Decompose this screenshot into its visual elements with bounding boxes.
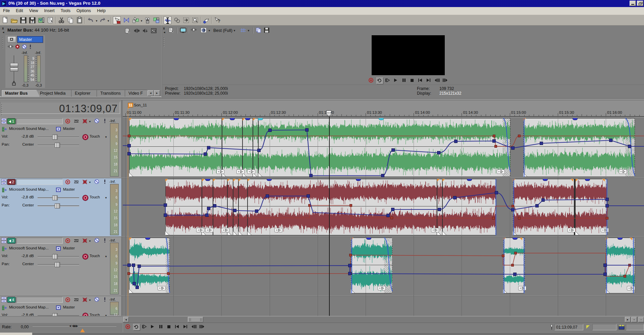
vol-value[interactable]: -2,8 dB [18,313,34,316]
solo-icon[interactable] [103,118,109,124]
tab-explorer[interactable]: Explorer [71,90,100,97]
vol-slider-handle[interactable] [52,195,58,200]
automation-mode-label[interactable]: Touch [90,134,100,138]
event-fade-handle[interactable] [258,173,262,177]
cut-icon[interactable] [58,16,65,24]
audio-event[interactable] [503,238,525,293]
track-bus-label[interactable]: Master [63,187,75,191]
automation-mode-label[interactable]: Touch [90,254,100,258]
track-routing-icon[interactable] [2,305,7,310]
event-fx-icon[interactable] [619,170,627,174]
master-bus-meter-options-icon[interactable] [151,28,158,33]
mute-icon[interactable] [94,297,100,302]
track-device-label[interactable]: Microsoft Sound Map... [9,305,49,309]
master-fader-handle-right[interactable] [10,67,18,71]
master-bus-automation-settings-icon[interactable] [15,44,21,49]
interactive-tutorials-icon[interactable] [203,16,210,24]
track-routing-icon[interactable] [2,246,7,251]
mute-icon[interactable] [94,118,100,124]
master-fader-handle-left[interactable] [10,63,18,67]
paint-events-tool-icon[interactable] [153,16,160,24]
lock-envelopes-icon[interactable] [192,16,199,24]
vol-slider-handle[interactable] [52,254,58,259]
tab-project-media[interactable]: Project Media [36,90,75,97]
event-fx-icon[interactable] [627,286,635,290]
scroll-left-button[interactable]: ◄ [123,317,129,322]
solo-icon[interactable] [103,238,109,243]
arm-record-icon[interactable] [65,238,71,243]
track-bus-icon[interactable] [56,127,61,131]
event-fade-handle[interactable] [165,231,169,235]
track-name-field[interactable] [16,118,63,124]
automation-mode-label[interactable]: Touch [90,313,100,316]
master-bus-grip[interactable] [2,36,3,50]
event-fx-icon[interactable] [518,286,526,290]
event-fx-icon[interactable] [601,228,609,232]
track-name-field[interactable] [16,179,63,185]
track-fx-dropdown-icon[interactable]: ▼ [89,240,91,243]
track-bus-label[interactable]: Master [63,246,75,250]
track-envelope-icon[interactable] [73,297,79,302]
pan-slider-handle[interactable] [55,262,60,267]
preview-previous-frame-button[interactable] [434,78,441,84]
tab-transitions[interactable]: Transitions [97,90,128,97]
enable-snapping-icon[interactable] [164,16,171,24]
preview-overlay-grid-icon[interactable] [240,28,248,33]
track-routing-icon[interactable] [2,127,7,132]
selection-end-box[interactable] [626,324,644,330]
automation-gear-icon[interactable] [83,195,88,200]
track-header-1[interactable]: 1▼-Inf.36912151821Microsoft Sound Map...… [0,117,121,178]
event-fade-handle[interactable] [442,231,446,235]
vol-slider[interactable] [38,137,79,138]
redo-icon[interactable] [99,16,106,24]
event-fade-handle[interactable] [351,289,355,293]
audio-event[interactable] [351,238,392,293]
pan-value[interactable]: Center [19,142,34,146]
new-project-icon[interactable] [1,16,9,24]
zoom-in-button[interactable]: + [631,317,637,322]
auto-ripple-icon[interactable] [182,16,190,24]
vol-slider-handle[interactable] [52,313,58,316]
audio-event[interactable] [523,118,635,177]
track-fx-icon[interactable] [82,297,88,302]
vol-value[interactable]: -2,8 dB [18,134,34,138]
preview-quality-label[interactable]: Best (Full) [213,28,232,33]
automation-gear-icon[interactable] [83,135,88,140]
track-bus-label[interactable]: Master [63,305,75,309]
open-icon[interactable] [10,16,18,24]
track-name-field[interactable] [16,297,63,303]
pan-slider-handle[interactable] [55,203,60,208]
menu-help[interactable]: Help [94,7,109,15]
preview-external-monitor-icon[interactable] [179,28,187,33]
event-fx-icon[interactable] [221,228,229,232]
track-routing-icon[interactable] [2,188,7,192]
tab-master-bus[interactable]: Master Bus [1,90,40,97]
track-fx-icon[interactable] [82,179,88,185]
scrollbar-thumb[interactable] [188,317,203,322]
menu-options[interactable]: Options [73,7,94,15]
minimize-button[interactable] [630,1,636,6]
restore-button[interactable] [637,1,643,6]
track-minimize-button[interactable] [1,238,6,240]
master-bus-view-button[interactable] [7,36,16,43]
arm-record-icon[interactable] [65,297,71,302]
event-split[interactable] [253,118,253,177]
tabs-scroll-right[interactable]: ► [154,90,160,96]
collapse-master-bus-icon[interactable]: ◄ [2,31,5,34]
event-fade-handle[interactable] [129,289,133,293]
event-fade-handle[interactable] [248,231,251,235]
event-fx-icon[interactable] [431,228,439,232]
vol-value[interactable]: -2,8 dB [18,195,34,199]
event-split[interactable] [442,179,443,235]
track-envelope-icon[interactable] [73,238,79,243]
preview-record-button[interactable] [368,78,375,84]
zoom-edit-tool-icon[interactable] [144,16,151,24]
vol-value[interactable]: -2,8 dB [18,254,34,258]
master-bus-edit-details-icon[interactable] [125,28,131,33]
track-icon[interactable]: 2 [7,179,16,185]
event-split[interactable] [258,118,259,177]
preview-video-output-fx-icon[interactable] [191,28,198,33]
tab-video-f[interactable]: Video F [125,90,151,97]
event-fade-handle[interactable] [129,173,133,177]
track-icon[interactable]: 1 [7,118,16,124]
